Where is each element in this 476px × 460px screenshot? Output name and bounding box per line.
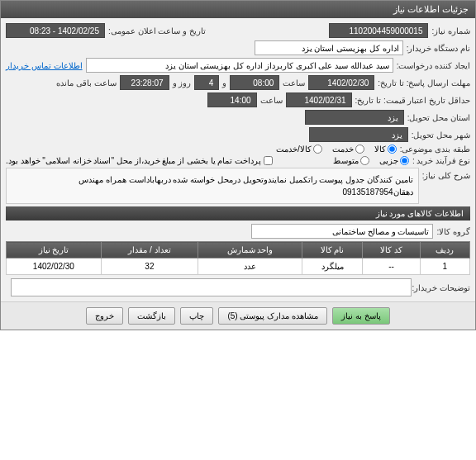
th-code: کد کالا [363, 242, 421, 258]
time-label-2: ساعت [260, 96, 283, 105]
cell-row: 1 [420, 258, 469, 275]
process-label: نوع فرآیند خرید : [412, 156, 470, 165]
cell-code: -- [363, 258, 421, 275]
proc-medium-radio[interactable]: متوسط [333, 156, 369, 165]
need-no-label: شماره نیاز: [431, 26, 470, 36]
th-row: ردیف [420, 242, 469, 258]
print-button[interactable]: چاپ [180, 307, 213, 325]
cat-both-radio[interactable]: کالا/خدمت [276, 145, 322, 154]
validity-time: 14:00 [207, 92, 257, 107]
time-label-1: ساعت [283, 78, 305, 88]
th-qty: تعداد / مقدار [101, 242, 198, 258]
th-unit: واحد شمارش [198, 242, 302, 258]
city-label: شهر محل تحویل: [412, 130, 470, 140]
items-table: ردیف کد کالا نام کالا واحد شمارش تعداد /… [6, 241, 470, 275]
and-label: و [222, 78, 226, 88]
attachments-button[interactable]: مشاهده مدارک پیوستی (5) [218, 307, 327, 325]
category-label: طبقه بندی موضوعی: [400, 145, 470, 154]
exit-button[interactable]: خروج [86, 307, 123, 325]
pay-note-checkbox[interactable]: پرداخت تمام یا بخشی از مبلغ خرید،از محل … [6, 156, 273, 165]
creator-value: سید عبدالله سید علی اکبری کاربرداز اداره… [86, 58, 393, 73]
th-date: تاریخ نیاز [7, 242, 102, 258]
contact-link[interactable]: اطلاعات تماس خریدار [6, 61, 83, 70]
cell-unit: عدد [198, 258, 302, 275]
province-value: یزد [305, 110, 404, 125]
remain-label: ساعت باقی مانده [56, 78, 117, 88]
th-name: نام کالا [302, 242, 362, 258]
items-section-header: اطلاعات کالاهای مورد نیاز [6, 206, 470, 221]
validity-date: 1402/02/31 [286, 92, 352, 107]
announce-value: 1402/02/25 - 08:23 [6, 23, 105, 38]
need-no-value: 1102004459000015 [329, 23, 428, 38]
table-row[interactable]: 1 -- میلگرد عدد 32 1402/02/30 [7, 258, 470, 275]
days-value: 4 [194, 75, 219, 90]
announce-label: تاریخ و ساعت اعلان عمومی: [108, 26, 206, 36]
deadline-date: 1402/02/30 [308, 75, 374, 90]
cell-name: میلگرد [302, 258, 362, 275]
cell-date: 1402/02/30 [7, 258, 102, 275]
notes-field[interactable] [11, 278, 412, 296]
cat-service-radio[interactable]: خدمت [332, 145, 364, 154]
cell-qty: 32 [101, 258, 198, 275]
back-button[interactable]: بازگشت [128, 307, 175, 325]
desc-label: شرح کلی نیاز: [422, 168, 470, 180]
group-label: گروه کالا: [436, 227, 470, 236]
group-value: تاسیسات و مصالح ساختمانی [251, 224, 433, 239]
remain-time: 23:28:07 [120, 75, 169, 90]
days-label: روز و [173, 78, 192, 88]
reply-button[interactable]: پاسخ به نیاز [332, 307, 390, 325]
creator-label: ایجاد کننده درخواست: [397, 61, 470, 70]
cat-goods-radio[interactable]: کالا [374, 145, 397, 154]
buyer-value: اداره کل بهزیستی استان یزد [255, 40, 403, 55]
notes-label: توضیحات خریدار: [412, 283, 470, 292]
proc-partial-radio[interactable]: جزیی [379, 156, 409, 165]
deadline-label: مهلت ارسال پاسخ: تا تاریخ: [378, 78, 470, 88]
validity-label: حداقل تاریخ اعتبار قیمت: تا تاریخ: [355, 96, 470, 105]
titlebar: جزئیات اطلاعات نیاز [1, 1, 475, 18]
buyer-label: نام دستگاه خریدار: [407, 44, 470, 53]
province-label: استان محل تحویل: [407, 113, 470, 122]
city-value: یزد [309, 127, 408, 142]
desc-text: تامین کنندگان جدول پیوست راتکمیل نمایندو… [6, 168, 419, 204]
deadline-time: 08:00 [230, 75, 279, 90]
